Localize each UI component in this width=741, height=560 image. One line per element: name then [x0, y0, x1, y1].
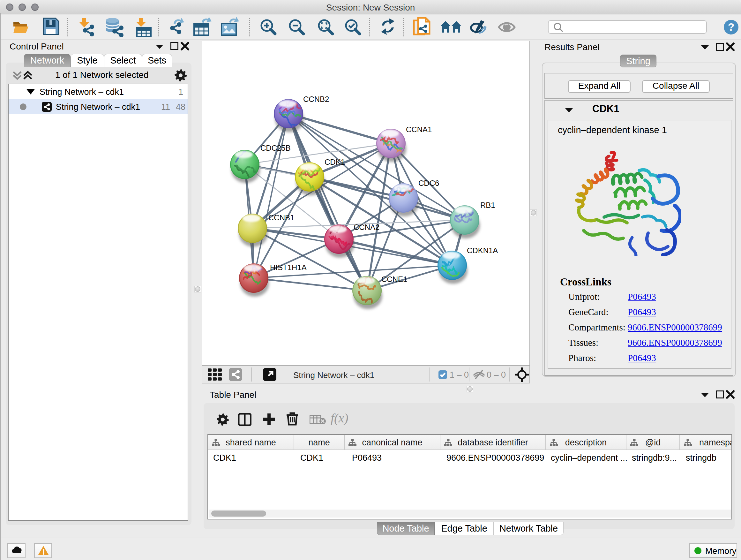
svg-text:CDC6: CDC6: [418, 179, 439, 187]
svg-text:CDK1: CDK1: [325, 158, 345, 166]
svg-text:CCNB1: CCNB1: [268, 213, 294, 222]
svg-text:?: ?: [728, 21, 734, 33]
svg-text:CCNA1: CCNA1: [406, 125, 432, 134]
svg-text:RB1: RB1: [480, 201, 495, 209]
svg-text:CDKN1A: CDKN1A: [467, 246, 498, 255]
svg-text:CCNA2: CCNA2: [354, 223, 380, 232]
svg-text:CCNB2: CCNB2: [303, 95, 329, 104]
svg-text:HIST1H1A: HIST1H1A: [270, 263, 307, 272]
svg-text:CDC25B: CDC25B: [260, 144, 291, 152]
svg-text:CCNE1: CCNE1: [381, 275, 407, 284]
